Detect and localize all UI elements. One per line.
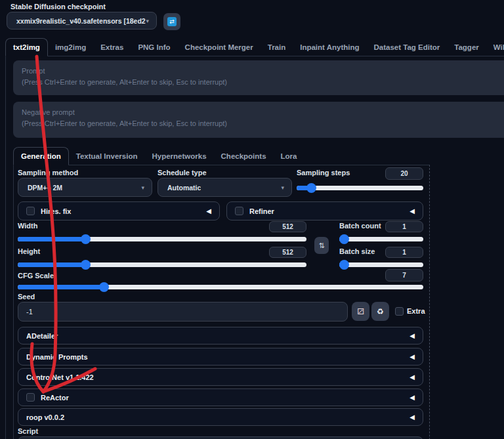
slider-handle[interactable] bbox=[81, 234, 91, 244]
seed-extra-checkbox[interactable] bbox=[395, 307, 404, 316]
cfg-scale-label: CFG Scale bbox=[18, 272, 54, 280]
hires-fix-checkbox[interactable] bbox=[26, 207, 35, 215]
main-tab-bar: txt2img img2img Extras PNG Info Checkpoi… bbox=[5, 38, 504, 56]
hires-fix-label: Hires. fix bbox=[41, 207, 71, 215]
hires-fix-accordion[interactable]: Hires. fix ◀ bbox=[18, 201, 220, 220]
height-label: Height bbox=[18, 247, 40, 255]
roop-label: roop v0.0.2 bbox=[26, 413, 64, 421]
swap-icon: ⇅ bbox=[318, 241, 324, 250]
reuse-seed-button[interactable]: ♻ bbox=[371, 302, 389, 321]
width-slider[interactable] bbox=[18, 234, 306, 244]
prompt-textarea[interactable]: Prompt (Press Ctrl+Enter to generate, Al… bbox=[13, 60, 504, 95]
collapse-left-icon: ◀ bbox=[206, 207, 211, 215]
batch-count-label: Batch count bbox=[339, 222, 381, 230]
tab-extras[interactable]: Extras bbox=[93, 38, 131, 56]
chevron-down-icon: ▾ bbox=[146, 18, 156, 24]
refiner-label: Refiner bbox=[249, 207, 274, 215]
tab-dataset-tag-editor[interactable]: Dataset Tag Editor bbox=[367, 38, 448, 56]
batch-size-label: Batch size bbox=[339, 247, 375, 255]
tab-textual-inversion[interactable]: Textual Inversion bbox=[69, 147, 145, 165]
collapse-left-icon: ◀ bbox=[410, 394, 415, 401]
script-dropdown[interactable] bbox=[18, 436, 423, 439]
dynamic-prompts-accordion[interactable]: Dynamic Prompts ◀ bbox=[18, 348, 423, 366]
negative-prompt-placeholder-title: Negative prompt bbox=[22, 107, 503, 118]
sampling-steps-input[interactable] bbox=[385, 167, 423, 180]
swap-dimensions-button[interactable]: ⇅ bbox=[314, 237, 329, 254]
width-input[interactable] bbox=[269, 221, 306, 232]
tab-hypernetworks[interactable]: Hypernetworks bbox=[144, 147, 213, 165]
cfg-scale-slider[interactable] bbox=[18, 282, 423, 292]
recycle-icon: ♻ bbox=[377, 308, 384, 316]
slider-handle[interactable] bbox=[339, 260, 349, 270]
tab-checkpoints[interactable]: Checkpoints bbox=[214, 147, 274, 165]
roop-accordion[interactable]: roop v0.0.2 ◀ bbox=[18, 408, 423, 426]
prompt-placeholder-hint: (Press Ctrl+Enter to generate, Alt+Enter… bbox=[22, 77, 503, 88]
adetailer-accordion[interactable]: ADetailer ◀ bbox=[18, 327, 423, 345]
sampling-method-label: Sampling method bbox=[18, 169, 78, 177]
negative-prompt-placeholder-hint: (Press Ctrl+Enter to generate, Alt+Enter… bbox=[22, 118, 503, 129]
dice-icon: ⚂ bbox=[357, 308, 364, 316]
tab-checkpoint-merger[interactable]: Checkpoint Merger bbox=[178, 38, 261, 56]
sampling-method-dropdown[interactable]: DPM++ 2M ▾ bbox=[18, 178, 152, 197]
schedule-type-label: Schedule type bbox=[158, 169, 207, 177]
seed-input[interactable] bbox=[18, 302, 348, 322]
slider-handle[interactable] bbox=[99, 282, 109, 292]
chevron-down-icon: ▾ bbox=[281, 184, 291, 191]
collapse-left-icon: ◀ bbox=[410, 353, 415, 360]
adetailer-label: ADetailer bbox=[26, 332, 58, 340]
negative-prompt-textarea[interactable]: Negative prompt (Press Ctrl+Enter to gen… bbox=[13, 102, 504, 138]
refiner-checkbox[interactable] bbox=[235, 207, 243, 215]
checkpoint-dropdown[interactable]: xxmix9realistic_v40.safetensors [18ed2b6… bbox=[7, 12, 157, 30]
stable-diffusion-webui: Stable Diffusion checkpoint xxmix9realis… bbox=[0, 0, 504, 439]
sampling-steps-label: Sampling steps bbox=[297, 169, 350, 177]
random-seed-button[interactable]: ⚂ bbox=[352, 302, 369, 321]
tab-lora[interactable]: Lora bbox=[274, 147, 304, 165]
checkpoint-value: xxmix9realistic_v40.safetensors [18ed2b6… bbox=[7, 17, 146, 25]
batch-count-input[interactable] bbox=[385, 221, 423, 232]
refiner-accordion[interactable]: Refiner ◀ bbox=[226, 201, 423, 220]
batch-size-slider[interactable] bbox=[339, 260, 423, 270]
batch-count-slider[interactable] bbox=[339, 234, 423, 244]
seed-label: Seed bbox=[18, 293, 35, 301]
width-label: Width bbox=[18, 222, 37, 230]
reactor-label: ReActor bbox=[41, 394, 69, 402]
tab-img2img[interactable]: img2img bbox=[48, 38, 93, 56]
collapse-left-icon: ◀ bbox=[410, 413, 415, 421]
sampling-method-value: DPM++ 2M bbox=[18, 184, 62, 192]
slider-handle[interactable] bbox=[339, 234, 349, 244]
controlnet-label: ControlNet v1.1.422 bbox=[26, 373, 94, 381]
dynamic-prompts-label: Dynamic Prompts bbox=[26, 353, 88, 361]
controlnet-accordion[interactable]: ControlNet v1.1.422 ◀ bbox=[18, 368, 423, 386]
sampling-steps-slider[interactable] bbox=[297, 183, 423, 193]
collapse-left-icon: ◀ bbox=[410, 332, 415, 339]
batch-size-input[interactable] bbox=[385, 247, 423, 258]
cfg-scale-input[interactable] bbox=[385, 269, 423, 282]
seed-extra-label: Extra bbox=[407, 307, 425, 315]
height-input[interactable] bbox=[269, 247, 306, 258]
slider-handle[interactable] bbox=[306, 183, 316, 193]
tab-tagger[interactable]: Tagger bbox=[447, 38, 486, 56]
reactor-accordion[interactable]: ReActor ◀ bbox=[18, 388, 423, 406]
tab-txt2img[interactable]: txt2img bbox=[5, 38, 48, 56]
tab-inpaint-anything[interactable]: Inpaint Anything bbox=[293, 38, 366, 56]
schedule-type-value: Automatic bbox=[158, 184, 201, 192]
tab-generation[interactable]: Generation bbox=[13, 147, 69, 165]
height-slider[interactable] bbox=[18, 260, 306, 270]
refresh-icon: ⇄ bbox=[167, 17, 177, 26]
chevron-down-icon: ▾ bbox=[141, 184, 152, 191]
tab-wildcards-manager[interactable]: Wildcards Manager bbox=[486, 38, 504, 56]
schedule-type-dropdown[interactable]: Automatic ▾ bbox=[158, 178, 292, 197]
collapse-left-icon: ◀ bbox=[410, 373, 415, 381]
slider-handle[interactable] bbox=[81, 260, 91, 270]
sub-tab-bar: Generation Textual Inversion Hypernetwor… bbox=[13, 147, 304, 165]
tab-png-info[interactable]: PNG Info bbox=[131, 38, 177, 56]
collapse-left-icon: ◀ bbox=[410, 207, 415, 215]
reactor-checkbox[interactable] bbox=[26, 393, 35, 402]
checkpoint-label: Stable Diffusion checkpoint bbox=[10, 3, 106, 10]
script-label: Script bbox=[18, 427, 38, 435]
refresh-checkpoint-button[interactable]: ⇄ bbox=[163, 13, 180, 30]
tab-train[interactable]: Train bbox=[261, 38, 293, 56]
prompt-placeholder-title: Prompt bbox=[22, 66, 503, 77]
